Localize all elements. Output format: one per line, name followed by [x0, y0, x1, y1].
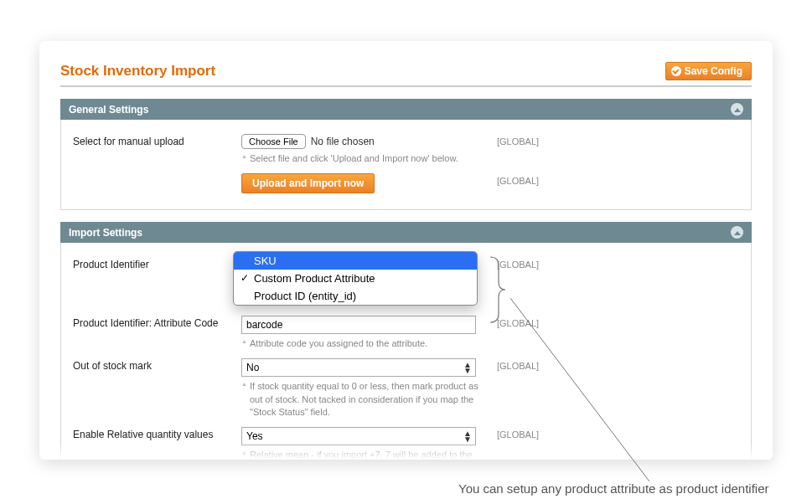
- label-out-of-stock: Out of stock mark: [61, 358, 241, 372]
- no-file-text: No file chosen: [311, 136, 375, 147]
- select-arrows-icon: ▲▼: [463, 362, 472, 373]
- row-product-identifier: Product Identifier SKU ✓ Custom Product …: [61, 253, 751, 311]
- collapse-icon[interactable]: [731, 103, 743, 116]
- row-out-of-stock: Out of stock mark No ▲▼ If stock quantit…: [61, 354, 751, 423]
- config-panel: Stock Inventory Import Save Config Gener…: [39, 41, 773, 460]
- bracket-icon: [489, 255, 505, 324]
- option-custom-attribute[interactable]: ✓ Custom Product Attribute: [234, 270, 477, 287]
- hint-attribute-code: Attribute code you assigned to the attri…: [241, 334, 480, 350]
- row-upload: Select for manual upload Choose File No …: [61, 130, 751, 169]
- section-bar-import[interactable]: Import Settings: [60, 222, 752, 243]
- section-body-import: Product Identifier SKU ✓ Custom Product …: [60, 243, 752, 460]
- hint-upload: Select file and click 'Upload and Import…: [241, 149, 480, 165]
- choose-file-button[interactable]: Choose File: [241, 134, 306, 149]
- label-empty: [61, 173, 241, 175]
- scope-out-of-stock: [GLOBAL]: [480, 358, 539, 371]
- out-of-stock-select[interactable]: No ▲▼: [241, 358, 476, 377]
- label-attribute-code: Product Identifier: Attribute Code: [61, 316, 241, 329]
- attribute-code-input[interactable]: [241, 316, 476, 334]
- footnote-text: You can setup any product attribute as p…: [458, 481, 769, 496]
- upload-import-button[interactable]: Upload and Import now: [241, 173, 375, 193]
- scope-upload: [GLOBAL]: [480, 134, 539, 147]
- label-product-identifier: Product Identifier: [61, 257, 241, 270]
- field-out-of-stock: No ▲▼ If stock quantity equal to 0 or le…: [241, 358, 480, 419]
- check-icon: ✓: [240, 272, 249, 284]
- check-icon: [671, 66, 681, 76]
- label-relative: Enable Relative quantity values: [61, 427, 241, 440]
- field-import-now: Upload and Import now: [241, 173, 480, 193]
- save-config-label: Save Config: [685, 65, 742, 77]
- field-product-identifier: SKU ✓ Custom Product Attribute Product I…: [241, 257, 480, 306]
- section-bar-general[interactable]: General Settings: [60, 99, 752, 120]
- option-entity-id[interactable]: Product ID (entity_id): [234, 287, 477, 305]
- section-title-general: General Settings: [69, 104, 148, 116]
- row-attribute-code: Product Identifier: Attribute Code Attri…: [61, 311, 751, 354]
- field-attribute-code: Attribute code you assigned to the attri…: [241, 316, 480, 350]
- section-body-general: Select for manual upload Choose File No …: [60, 120, 752, 210]
- option-sku[interactable]: SKU: [234, 252, 477, 270]
- page-title: Stock Inventory Import: [60, 63, 215, 80]
- save-config-button[interactable]: Save Config: [665, 62, 752, 80]
- row-import-now: Upload and Import now [GLOBAL]: [61, 169, 751, 198]
- file-picker: Choose File No file chosen: [241, 134, 480, 149]
- scope-relative: [GLOBAL]: [480, 427, 539, 440]
- relative-value: Yes: [246, 430, 263, 442]
- select-arrows-icon: ▲▼: [463, 430, 472, 442]
- label-upload: Select for manual upload: [61, 134, 241, 147]
- out-of-stock-value: No: [246, 362, 259, 373]
- product-identifier-dropdown[interactable]: SKU ✓ Custom Product Attribute Product I…: [233, 251, 478, 306]
- scope-import-now: [GLOBAL]: [480, 173, 539, 186]
- section-title-import: Import Settings: [69, 227, 142, 239]
- hint-out-of-stock: If stock quantity equal to 0 or less, th…: [241, 377, 480, 419]
- page-header: Stock Inventory Import Save Config: [60, 62, 752, 87]
- collapse-icon[interactable]: [731, 226, 743, 239]
- option-custom-attribute-label: Custom Product Attribute: [254, 272, 375, 285]
- panel-fade: [39, 443, 773, 460]
- field-upload: Choose File No file chosen Select file a…: [241, 134, 480, 165]
